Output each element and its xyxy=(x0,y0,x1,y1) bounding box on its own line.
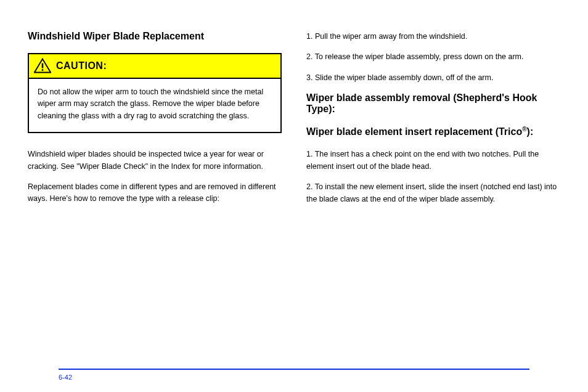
right-column: 1. Pull the wiper arm away from the wind… xyxy=(306,31,560,214)
registered-icon: ® xyxy=(522,126,526,133)
svg-rect-0 xyxy=(42,63,43,68)
left-paragraph-1: Windshield wiper blades should be inspec… xyxy=(28,149,282,173)
section-heading-wiper-replacement: Windshield Wiper Blade Replacement xyxy=(28,31,282,42)
page-footer: 6-42 xyxy=(59,369,529,381)
caution-label: CAUTION: xyxy=(56,60,107,71)
left-paragraph-2: Replacement blades come in different typ… xyxy=(28,181,282,205)
footer-text-row: 6-42 xyxy=(59,374,529,381)
two-column-layout: Windshield Wiper Blade Replacement CAUTI… xyxy=(28,31,560,214)
right-insert-step-1: 1. The insert has a check point on the e… xyxy=(306,149,560,173)
page-number: 6-42 xyxy=(59,374,72,381)
svg-rect-1 xyxy=(42,69,43,71)
subheading-trico-text: Wiper blade element insert replacement (… xyxy=(306,126,522,137)
right-step-1: 1. Pull the wiper arm away from the wind… xyxy=(306,31,560,43)
right-step-2: 2. To release the wiper blade assembly, … xyxy=(306,51,560,63)
left-column: Windshield Wiper Blade Replacement CAUTI… xyxy=(28,31,282,214)
subheading-shepherds-hook: Wiper blade assembly removal (Shepherd's… xyxy=(306,92,560,115)
right-step-3: 3. Slide the wiper blade assembly down, … xyxy=(306,72,560,84)
subheading-trico-insert: Wiper blade element insert replacement (… xyxy=(306,126,560,137)
right-insert-step-2: 2. To install the new element insert, sl… xyxy=(306,181,560,205)
warning-triangle-icon xyxy=(34,58,51,74)
subheading-trico-suffix: ): xyxy=(527,126,534,137)
footer-rule xyxy=(59,369,529,370)
page-content: Windshield Wiper Blade Replacement CAUTI… xyxy=(0,0,588,226)
caution-body-text: Do not allow the wiper arm to touch the … xyxy=(29,79,280,132)
caution-callout: CAUTION: Do not allow the wiper arm to t… xyxy=(28,53,282,133)
caution-header: CAUTION: xyxy=(29,54,280,79)
